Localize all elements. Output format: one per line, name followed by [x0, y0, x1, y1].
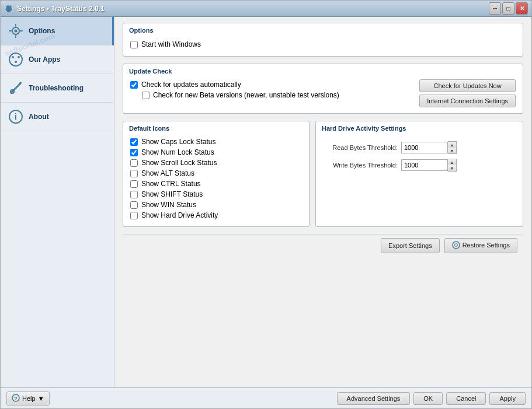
svg-text:?: ?	[14, 396, 18, 401]
hard-drive-content: Read Bytes Threshold: ▲ ▼ Write Bytes Th…	[316, 134, 523, 179]
write-threshold-label: Write Bytes Threshold:	[322, 162, 398, 169]
read-threshold-input[interactable]	[401, 142, 448, 153]
sidebar-item-troubleshooting[interactable]: Troubleshooting	[1, 74, 114, 103]
num-lock-checkbox[interactable]	[130, 149, 138, 156]
caps-lock-checkbox[interactable]	[130, 138, 138, 146]
options-section-content: Start with Windows	[123, 36, 523, 56]
write-decrement-btn[interactable]: ▼	[448, 165, 456, 171]
options-icon	[8, 23, 24, 39]
svg-point-2	[15, 30, 18, 33]
advanced-settings-button[interactable]: Advanced Settings	[337, 392, 411, 405]
help-button[interactable]: ? Help ▼	[6, 391, 50, 405]
win-status-row: Show WIN Status	[130, 200, 302, 210]
ctrl-status-row: Show CTRL Status	[130, 179, 302, 189]
svg-point-10	[15, 61, 17, 63]
shift-status-checkbox[interactable]	[130, 191, 138, 198]
win-status-label: Show WIN Status	[141, 201, 196, 209]
restore-settings-button[interactable]: Restore Settings	[444, 238, 517, 253]
win-status-checkbox[interactable]	[130, 201, 138, 209]
shift-status-label: Show SHIFT Status	[141, 190, 203, 198]
troubleshooting-icon	[8, 80, 24, 96]
sidebar-about-label: About	[29, 113, 49, 121]
update-check-title: Update Check	[123, 64, 523, 77]
ok-button[interactable]: OK	[413, 392, 443, 405]
hd-activity-label: Show Hard Drive Activity	[141, 211, 218, 219]
num-lock-row: Show Num Lock Status	[130, 147, 302, 158]
ctrl-status-checkbox[interactable]	[130, 180, 138, 188]
internet-connection-button[interactable]: Internet Connection Settings	[419, 95, 516, 107]
start-with-windows-row: Start with Windows	[130, 39, 516, 50]
sidebar-item-about[interactable]: i About	[1, 103, 114, 131]
maximize-button[interactable]: □	[502, 2, 514, 15]
read-spinner: ▲ ▼	[448, 141, 457, 154]
beta-check-checkbox[interactable]	[142, 92, 149, 99]
alt-status-row: Show ALT Status	[130, 168, 302, 179]
scroll-lock-label: Show Scroll Lock Status	[141, 159, 217, 167]
write-increment-btn[interactable]: ▲	[448, 159, 456, 165]
title-bar: Settings • TrayStatus 2.0.1 ─ □ ✕	[1, 1, 531, 17]
svg-point-9	[18, 56, 20, 58]
num-lock-label: Show Num Lock Status	[141, 148, 214, 156]
title-bar-left: Settings • TrayStatus 2.0.1	[4, 4, 105, 13]
auto-check-checkbox[interactable]	[130, 81, 138, 89]
about-icon: i	[8, 109, 24, 125]
svg-rect-4	[15, 35, 16, 38]
update-check-content: Check for updates automatically Check fo…	[123, 77, 523, 113]
help-label: Help	[22, 395, 36, 402]
sidebar: softportal.com Options	[1, 17, 114, 387]
check-for-updates-button[interactable]: Check for Updates Now	[419, 79, 516, 92]
write-threshold-input-wrap: ▲ ▼	[401, 159, 457, 172]
content-area: Options Start with Windows Update Check	[114, 17, 531, 387]
svg-rect-6	[20, 30, 23, 32]
export-settings-button[interactable]: Export Settings	[381, 238, 440, 253]
start-with-windows-label: Start with Windows	[141, 40, 201, 48]
scroll-lock-checkbox[interactable]	[130, 159, 138, 167]
svg-point-7	[9, 53, 22, 66]
two-col-layout: Default Icons Show Caps Lock Status Show…	[123, 121, 523, 227]
read-threshold-label: Read Bytes Threshold:	[322, 144, 398, 151]
update-check-left: Check for updates automatically Check fo…	[130, 79, 413, 107]
sidebar-item-our-apps[interactable]: Our Apps	[1, 46, 114, 74]
svg-text:i: i	[15, 112, 17, 121]
title-bar-controls: ─ □ ✕	[489, 2, 528, 15]
bottom-left: ? Help ▼	[6, 391, 50, 405]
bottom-right: Advanced Settings OK Cancel Apply	[337, 392, 526, 405]
bottom-bar: ? Help ▼ Advanced Settings OK Cancel App…	[1, 387, 531, 408]
sidebar-troubleshooting-label: Troubleshooting	[29, 84, 84, 92]
read-increment-btn[interactable]: ▲	[448, 142, 456, 148]
sidebar-options-label: Options	[29, 27, 55, 35]
start-with-windows-checkbox[interactable]	[130, 41, 138, 48]
shift-status-row: Show SHIFT Status	[130, 189, 302, 200]
write-threshold-input[interactable]	[401, 159, 448, 171]
auto-check-row: Check for updates automatically	[130, 79, 413, 90]
apply-button[interactable]: Apply	[489, 392, 526, 405]
help-dropdown-icon: ▼	[38, 395, 44, 402]
svg-point-15	[453, 242, 460, 249]
update-check-section: Update Check Check for updates automatic…	[123, 64, 523, 114]
close-button[interactable]: ✕	[516, 2, 528, 15]
default-icons-content: Show Caps Lock Status Show Num Lock Stat…	[123, 134, 309, 226]
scroll-lock-row: Show Scroll Lock Status	[130, 158, 302, 168]
default-icons-title: Default Icons	[123, 121, 309, 134]
write-threshold-row: Write Bytes Threshold: ▲ ▼	[316, 156, 523, 174]
svg-point-8	[12, 56, 14, 58]
main-window: Settings • TrayStatus 2.0.1 ─ □ ✕ softpo…	[0, 0, 532, 409]
alt-status-checkbox[interactable]	[130, 170, 138, 177]
svg-rect-3	[15, 24, 16, 27]
window-title: Settings • TrayStatus 2.0.1	[17, 5, 105, 13]
sidebar-item-options[interactable]: Options	[1, 17, 114, 46]
ctrl-status-label: Show CTRL Status	[141, 180, 201, 188]
alt-status-label: Show ALT Status	[141, 169, 194, 177]
export-restore-row: Export Settings Restore Settings	[123, 234, 523, 257]
read-threshold-input-wrap: ▲ ▼	[401, 141, 457, 154]
minimize-button[interactable]: ─	[489, 2, 501, 15]
default-icons-section: Default Icons Show Caps Lock Status Show…	[123, 121, 310, 227]
caps-lock-row: Show Caps Lock Status	[130, 137, 302, 147]
hd-activity-checkbox[interactable]	[130, 212, 138, 219]
restore-settings-label: Restore Settings	[463, 242, 510, 249]
update-check-right: Check for Updates Now Internet Connectio…	[419, 79, 516, 107]
read-decrement-btn[interactable]: ▼	[448, 148, 456, 153]
caps-lock-label: Show Caps Lock Status	[141, 138, 215, 146]
help-icon: ?	[12, 394, 20, 403]
cancel-button[interactable]: Cancel	[446, 392, 486, 405]
